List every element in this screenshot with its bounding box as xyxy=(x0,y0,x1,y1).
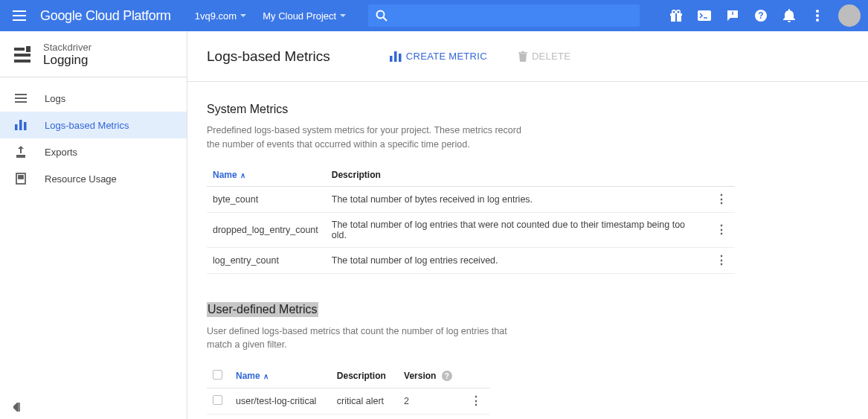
avatar[interactable] xyxy=(838,4,861,27)
content-toolbar: Logs-based Metrics CREATE METRIC DELETE xyxy=(187,31,868,82)
more-vert-icon[interactable]: ⋮ xyxy=(716,193,727,205)
svg-text:?: ? xyxy=(758,10,763,21)
search-box[interactable] xyxy=(368,4,640,27)
col-name[interactable]: Name∧ xyxy=(230,364,331,388)
user-metrics-section: User-defined Metrics User defined logs-b… xyxy=(187,281,868,420)
platform-logo[interactable]: Google Cloud Platform xyxy=(40,8,171,24)
svg-rect-9 xyxy=(732,12,733,14)
system-metrics-table: Name∧ Description byte_count The total n… xyxy=(207,164,735,274)
metric-version: 2 xyxy=(398,388,464,415)
delete-button: DELETE xyxy=(518,51,570,62)
sort-asc-icon: ∧ xyxy=(240,171,245,179)
svg-rect-16 xyxy=(14,54,30,57)
create-metric-button[interactable]: CREATE METRIC xyxy=(390,51,487,62)
more-vert-icon[interactable] xyxy=(810,8,825,23)
sidebar-item-logs[interactable]: Logs xyxy=(0,85,187,112)
trash-icon xyxy=(518,51,527,62)
main-content: Logs-based Metrics CREATE METRIC DELETE … xyxy=(187,31,868,419)
logging-product-icon xyxy=(12,45,33,65)
project-selector[interactable]: My Cloud Project xyxy=(263,10,346,22)
project-label: My Cloud Project xyxy=(263,10,336,22)
sort-asc-icon: ∧ xyxy=(263,372,269,380)
svg-rect-21 xyxy=(24,122,27,130)
sidebar-item-label: Logs-based Metrics xyxy=(45,120,129,131)
svg-rect-19 xyxy=(15,124,18,130)
system-metrics-section: System Metrics Predefined logs-based sys… xyxy=(187,82,868,281)
top-header: Google Cloud Platform 1vq9.com My Cloud … xyxy=(0,0,868,31)
resource-icon xyxy=(13,171,28,186)
metric-desc: critical alert xyxy=(331,388,398,415)
org-selector[interactable]: 1vq9.com xyxy=(195,10,246,22)
svg-rect-25 xyxy=(394,51,397,62)
user-metrics-table: Name∧ Description Version ? user/test-lo… xyxy=(207,364,489,415)
svg-rect-26 xyxy=(399,54,402,62)
sidebar-item-label: Exports xyxy=(45,147,77,158)
svg-rect-7 xyxy=(698,10,711,21)
delete-label: DELETE xyxy=(532,51,570,62)
help-icon[interactable]: ? xyxy=(753,8,768,23)
svg-rect-15 xyxy=(14,48,25,51)
metric-name: byte_count xyxy=(207,186,326,212)
svg-point-5 xyxy=(672,10,676,14)
collapse-sidebar-icon[interactable] xyxy=(13,403,24,412)
sidebar-item-resource-usage[interactable]: Resource Usage xyxy=(0,165,187,192)
user-metrics-title: User-defined Metrics xyxy=(207,302,318,317)
chevron-down-icon xyxy=(240,14,246,18)
sidebar-item-label: Resource Usage xyxy=(45,173,117,185)
help-icon[interactable]: ? xyxy=(442,371,452,381)
svg-point-0 xyxy=(377,11,385,19)
page-title: Logs-based Metrics xyxy=(207,48,330,65)
notifications-icon[interactable] xyxy=(782,8,797,23)
table-row: byte_count The total number of bytes rec… xyxy=(207,186,735,212)
hamburger-icon[interactable] xyxy=(10,7,28,25)
svg-line-1 xyxy=(384,18,388,22)
more-vert-icon[interactable]: ⋮ xyxy=(716,254,727,266)
svg-point-8 xyxy=(732,13,733,15)
chat-icon[interactable] xyxy=(725,8,740,23)
row-checkbox[interactable] xyxy=(213,395,222,405)
sidebar-item-exports[interactable]: Exports xyxy=(0,138,187,165)
metric-name: user/test-log-critical xyxy=(230,388,331,415)
cloud-shell-icon[interactable] xyxy=(697,8,712,23)
metric-name: dropped_log_entry_count xyxy=(207,212,326,247)
product-main: Logging xyxy=(43,53,91,68)
svg-rect-18 xyxy=(26,46,30,52)
sidebar: Stackdriver Logging Logs Logs-based Metr… xyxy=(0,31,187,419)
user-metrics-desc: User defined logs-based metrics that cou… xyxy=(207,324,534,353)
bar-chart-icon xyxy=(13,118,28,132)
sidebar-item-logs-based-metrics[interactable]: Logs-based Metrics xyxy=(0,112,187,138)
svg-point-13 xyxy=(816,14,819,17)
table-row: user/test-log-critical critical alert 2 … xyxy=(207,388,489,415)
gift-icon[interactable] xyxy=(669,8,684,23)
col-description[interactable]: Description xyxy=(331,364,398,388)
metric-name: log_entry_count xyxy=(207,247,326,273)
svg-rect-23 xyxy=(19,176,23,179)
chevron-down-icon xyxy=(340,14,346,18)
sidebar-item-label: Logs xyxy=(45,93,65,104)
create-metric-label: CREATE METRIC xyxy=(406,51,487,62)
col-description[interactable]: Description xyxy=(326,164,710,187)
org-label: 1vq9.com xyxy=(195,10,237,22)
metric-desc: The total number of log entries that wer… xyxy=(326,212,710,247)
svg-point-14 xyxy=(816,19,819,22)
col-version[interactable]: Version ? xyxy=(398,364,464,388)
select-all-checkbox[interactable] xyxy=(213,370,222,380)
svg-point-12 xyxy=(816,10,819,13)
list-icon xyxy=(13,91,28,106)
metric-desc: The total number of bytes received in lo… xyxy=(326,186,710,212)
system-metrics-desc: Predefined logs-based system metrics for… xyxy=(207,124,534,152)
metric-desc: The total number of log entries received… xyxy=(326,247,710,273)
product-sub: Stackdriver xyxy=(43,42,91,53)
system-metrics-title: System Metrics xyxy=(207,103,849,116)
more-vert-icon[interactable]: ⋮ xyxy=(716,223,727,236)
more-vert-icon[interactable]: ⋮ xyxy=(470,394,482,407)
svg-rect-24 xyxy=(390,56,393,62)
table-row: log_entry_count The total number of log … xyxy=(207,247,735,273)
search-input[interactable] xyxy=(393,10,632,22)
svg-point-6 xyxy=(677,10,681,14)
svg-rect-20 xyxy=(19,120,22,130)
product-header[interactable]: Stackdriver Logging xyxy=(0,31,187,77)
bar-chart-icon xyxy=(390,51,402,62)
col-name[interactable]: Name∧ xyxy=(207,164,326,187)
table-row: dropped_log_entry_count The total number… xyxy=(207,212,735,247)
